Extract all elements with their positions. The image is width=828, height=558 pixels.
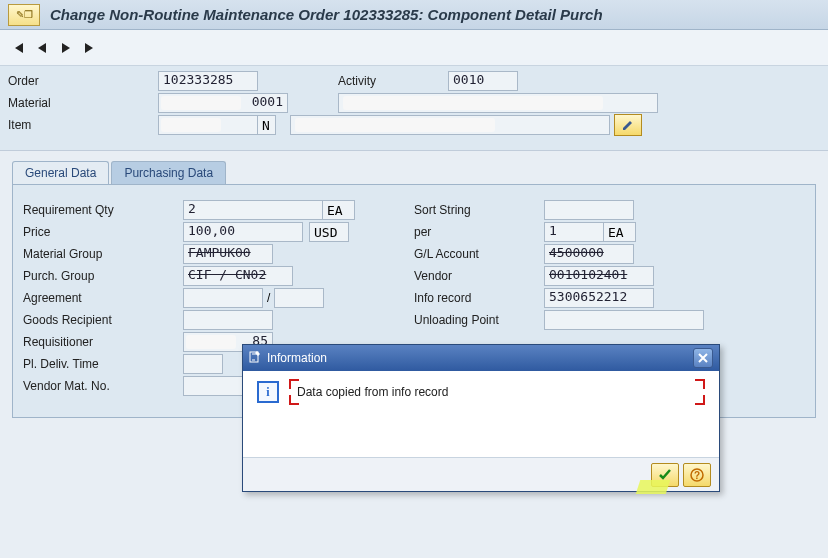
tab-purchasing-data[interactable]: Purchasing Data	[111, 161, 226, 184]
dialog-title: Information	[267, 351, 693, 365]
item-indicator: N	[258, 115, 276, 135]
agreement-label: Agreement	[23, 291, 183, 305]
item-description-field[interactable]	[290, 115, 610, 135]
transaction-icon: ✎❐	[8, 4, 40, 26]
dialog-close-button[interactable]	[693, 348, 713, 368]
purch-group-field[interactable]: CIF / CN02	[183, 266, 293, 286]
material-label: Material	[8, 96, 158, 110]
agreement-separator: /	[267, 291, 270, 305]
requirement-qty-unit: EA	[323, 200, 355, 220]
goods-recipient-label: Goods Recipient	[23, 313, 183, 327]
sort-string-field[interactable]	[544, 200, 634, 220]
material-description-field[interactable]	[338, 93, 658, 113]
question-icon: ?	[690, 468, 704, 482]
record-navigation-toolbar	[0, 30, 828, 66]
order-label: Order	[8, 74, 158, 88]
titlebar: ✎❐ Change Non-Routine Maintenance Order …	[0, 0, 828, 30]
page-title: Change Non-Routine Maintenance Order 102…	[50, 6, 603, 23]
selection-corner-tr	[695, 379, 705, 389]
information-dialog: Information i Data copied from info reco…	[242, 344, 720, 492]
requirement-qty-field[interactable]: 2	[183, 200, 323, 220]
material-field[interactable]: 0001	[158, 93, 288, 113]
dialog-body: i Data copied from info record	[243, 371, 719, 457]
price-label: Price	[23, 225, 183, 239]
header-fields: Order 102333285 Activity 0010 Material 0…	[0, 66, 828, 151]
material-group-field[interactable]: FAMPUK00	[183, 244, 273, 264]
info-record-field[interactable]: 5300652212	[544, 288, 654, 308]
svg-text:?: ?	[694, 470, 700, 481]
agreement-field-1[interactable]	[183, 288, 263, 308]
pencil-icon	[621, 118, 635, 132]
long-text-button[interactable]	[614, 114, 642, 136]
order-field[interactable]: 102333285	[158, 71, 258, 91]
requirement-qty-label: Requirement Qty	[23, 203, 183, 217]
info-record-label: Info record	[414, 291, 544, 305]
first-record-button[interactable]	[8, 38, 28, 58]
item-field[interactable]	[158, 115, 258, 135]
unloading-point-field[interactable]	[544, 310, 704, 330]
tabstrip: General Data Purchasing Data	[12, 161, 816, 185]
vendor-label: Vendor	[414, 269, 544, 283]
close-icon	[698, 353, 708, 363]
last-record-button[interactable]	[80, 38, 100, 58]
per-field[interactable]: 1	[544, 222, 604, 242]
purch-group-label: Purch. Group	[23, 269, 183, 283]
per-label: per	[414, 225, 544, 239]
price-field[interactable]: 100,00	[183, 222, 303, 242]
vendor-mat-no-label: Vendor Mat. No.	[23, 379, 183, 393]
item-label: Item	[8, 118, 158, 132]
pl-deliv-time-field[interactable]	[183, 354, 223, 374]
tab-general-data[interactable]: General Data	[12, 161, 109, 184]
annotation-highlight	[636, 480, 671, 494]
agreement-field-2[interactable]	[274, 288, 324, 308]
requisitioner-label: Requisitioner	[23, 335, 183, 349]
unloading-point-label: Unloading Point	[414, 313, 544, 327]
previous-record-button[interactable]	[32, 38, 52, 58]
sort-string-label: Sort String	[414, 203, 544, 217]
dialog-titlebar: Information	[243, 345, 719, 371]
information-icon: i	[257, 381, 279, 403]
gl-account-field[interactable]: 4500000	[544, 244, 634, 264]
goods-recipient-field[interactable]	[183, 310, 273, 330]
dialog-help-button[interactable]: ?	[683, 463, 711, 487]
dialog-doc-icon	[249, 351, 261, 366]
next-record-button[interactable]	[56, 38, 76, 58]
activity-field[interactable]: 0010	[448, 71, 518, 91]
per-unit: EA	[604, 222, 636, 242]
price-currency: USD	[309, 222, 349, 242]
pl-deliv-time-label: Pl. Deliv. Time	[23, 357, 183, 371]
selection-corner-br	[695, 395, 705, 405]
vendor-field[interactable]: 0010102401	[544, 266, 654, 286]
material-group-label: Material Group	[23, 247, 183, 261]
gl-account-label: G/L Account	[414, 247, 544, 261]
activity-label: Activity	[338, 74, 448, 88]
dialog-message: Data copied from info record	[297, 385, 448, 399]
